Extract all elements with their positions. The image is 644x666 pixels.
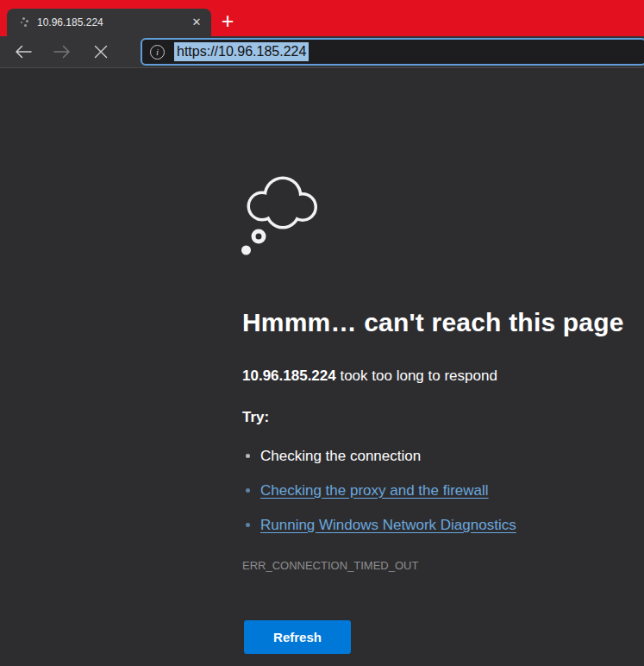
network-diagnostics-link[interactable]: Running Windows Network Diagnostics [260, 517, 516, 533]
tab-strip: 10.96.185.224 ✕ + [0, 0, 644, 36]
stop-button[interactable] [91, 41, 111, 62]
back-arrow-icon [14, 42, 33, 61]
browser-window: 10.96.185.224 ✕ + i https://10.96.185.22… [0, 0, 644, 666]
try-label: Try: [242, 409, 269, 426]
refresh-button[interactable]: Refresh [244, 620, 351, 654]
error-host: 10.96.185.224 [242, 368, 336, 384]
tab-title: 10.96.185.224 [37, 16, 189, 28]
suggestion-item: Checking the proxy and the firewall [260, 481, 516, 500]
forward-arrow-icon [53, 42, 72, 61]
stop-x-icon [92, 43, 109, 60]
proxy-firewall-link[interactable]: Checking the proxy and the firewall [260, 482, 489, 499]
thought-cloud-icon [240, 170, 326, 260]
browser-tab[interactable]: 10.96.185.224 ✕ [7, 9, 211, 36]
error-message: 10.96.185.224 took too long to respond [242, 368, 497, 385]
address-bar[interactable]: i https://10.96.185.224 [141, 38, 644, 66]
tab-loading-spinner-icon [16, 15, 31, 30]
url-input-selected-text[interactable]: https://10.96.185.224 [174, 42, 309, 61]
tab-close-icon[interactable]: ✕ [189, 15, 204, 30]
suggestion-item: Checking the connection [260, 446, 516, 466]
forward-button[interactable] [52, 41, 72, 62]
back-button[interactable] [13, 41, 34, 62]
new-tab-button[interactable]: + [216, 9, 240, 34]
error-page: Hmmm… can't reach this page 10.96.185.22… [0, 69, 644, 666]
suggestion-item: Running Windows Network Diagnostics [260, 515, 516, 535]
suggestion-list: Checking the connection Checking the pro… [260, 446, 516, 550]
site-info-icon[interactable]: i [150, 45, 165, 60]
browser-toolbar: i https://10.96.185.224 [0, 36, 644, 68]
error-code: ERR_CONNECTION_TIMED_OUT [242, 559, 418, 572]
error-message-rest: took too long to respond [336, 368, 497, 384]
error-heading: Hmmm… can't reach this page [242, 308, 624, 337]
